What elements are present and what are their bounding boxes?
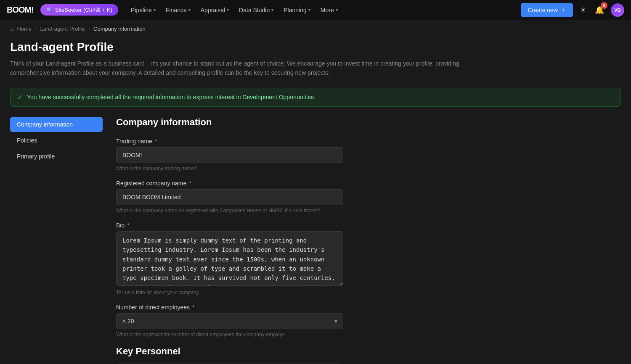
- form-section-title: Company information: [116, 117, 343, 128]
- breadcrumb-sep-2: ›: [88, 26, 90, 32]
- registered-company-name-group: Registered company name * What is the co…: [116, 180, 343, 214]
- sidebar-item-policies[interactable]: Policies: [10, 133, 103, 148]
- page-description: Think of your Land-agent Profile as a bu…: [10, 59, 473, 78]
- success-message: You have successfully completed all the …: [27, 94, 316, 100]
- key-personnel-section: Key Personnel Managing Director: [116, 346, 343, 364]
- navbar: BOOM! 🔍 SiteSeeker (Ctrl/⌘ + K) Pipeline…: [0, 0, 631, 20]
- chevron-down-icon: ▾: [154, 8, 156, 12]
- avatar[interactable]: VB: [611, 3, 624, 17]
- registered-company-name-input[interactable]: [116, 189, 343, 205]
- employees-required: *: [192, 304, 194, 311]
- app-logo: BOOM!: [7, 5, 34, 15]
- sidebar-item-company-information[interactable]: Company information: [10, 117, 103, 132]
- bio-input[interactable]: Lorem Ipsum is simply dummy text of the …: [116, 231, 343, 286]
- breadcrumb: ⌂ Home › Land-agent Profile › Company in…: [0, 20, 631, 37]
- success-banner: ✓ You have successfully completed all th…: [10, 88, 621, 107]
- theme-toggle-button[interactable]: ☀: [578, 4, 588, 16]
- registered-company-name-required: *: [189, 180, 191, 187]
- employees-select[interactable]: < 20 20-50 51-100 101-250 251-500 500+: [116, 313, 343, 329]
- chevron-down-icon: ▾: [227, 8, 229, 12]
- nav-item-appraisal[interactable]: Appraisal ▾: [196, 4, 233, 16]
- bio-required: *: [127, 222, 129, 229]
- page-header: Land-agent Profile Think of your Land-ag…: [0, 37, 631, 88]
- notification-badge: 9: [601, 2, 607, 9]
- check-icon: ✓: [17, 93, 23, 101]
- breadcrumb-land-agent[interactable]: Land-agent Profile: [40, 26, 85, 32]
- chevron-down-icon: ▾: [308, 8, 310, 12]
- nav-item-finance[interactable]: Finance ▾: [162, 4, 195, 16]
- employees-group: Number of direct employees * < 20 20-50 …: [116, 304, 343, 338]
- breadcrumb-home[interactable]: Home: [17, 26, 32, 32]
- nav-item-data-studio[interactable]: Data Studio ▾: [235, 4, 278, 16]
- registered-company-name-label: Registered company name *: [116, 180, 343, 187]
- sidebar-nav: Company information Policies Primary pro…: [10, 117, 103, 364]
- registered-company-name-hint: What is the company name as registered w…: [116, 208, 343, 214]
- chevron-down-icon: ▾: [336, 8, 338, 12]
- nav-item-pipeline[interactable]: Pipeline ▾: [127, 4, 160, 16]
- navbar-right: Create new ＋ ☀ 🔔 9 VB: [521, 3, 624, 17]
- bio-group: Bio * Lorem Ipsum is simply dummy text o…: [116, 222, 343, 295]
- nav-item-planning[interactable]: Planning ▾: [279, 4, 315, 16]
- trading-name-label: Trading name *: [116, 138, 343, 145]
- breadcrumb-current: Company information: [93, 26, 146, 32]
- create-new-button[interactable]: Create new ＋: [521, 3, 573, 17]
- employees-hint: What is the approximate number of direct…: [116, 332, 343, 338]
- site-seeker-label: SiteSeeker (Ctrl/⌘ + K): [55, 7, 112, 13]
- page-title: Land-agent Profile: [10, 40, 621, 54]
- search-icon: 🔍: [46, 7, 53, 13]
- breadcrumb-sep-1: ›: [35, 26, 37, 32]
- chevron-down-icon: ▾: [271, 8, 273, 12]
- bio-label: Bio *: [116, 222, 343, 229]
- sidebar-item-primary-profile[interactable]: Primary profile: [10, 149, 103, 164]
- bio-hint: Tell us a little bit about your company: [116, 290, 343, 295]
- trading-name-hint: What is the company trading name?: [116, 166, 343, 171]
- notifications-wrapper: 🔔 9: [593, 4, 606, 16]
- trading-name-input[interactable]: [116, 147, 343, 163]
- trading-name-required: *: [155, 138, 157, 145]
- site-seeker-button[interactable]: 🔍 SiteSeeker (Ctrl/⌘ + K): [40, 4, 118, 16]
- nav-item-more[interactable]: More ▾: [316, 4, 342, 16]
- chevron-down-icon: ▾: [188, 8, 191, 12]
- main-content: Company information Policies Primary pro…: [0, 117, 631, 364]
- key-personnel-title: Key Personnel: [116, 346, 343, 357]
- home-icon: ⌂: [10, 25, 13, 32]
- form-area: Company information Trading name * What …: [116, 117, 343, 364]
- employees-select-wrapper: < 20 20-50 51-100 101-250 251-500 500+ ▾: [116, 313, 343, 329]
- nav-items: Pipeline ▾ Finance ▾ Appraisal ▾ Data St…: [127, 4, 517, 16]
- sun-icon: ☀: [580, 6, 586, 14]
- trading-name-group: Trading name * What is the company tradi…: [116, 138, 343, 171]
- employees-label: Number of direct employees *: [116, 304, 343, 311]
- plus-icon: ＋: [560, 6, 566, 14]
